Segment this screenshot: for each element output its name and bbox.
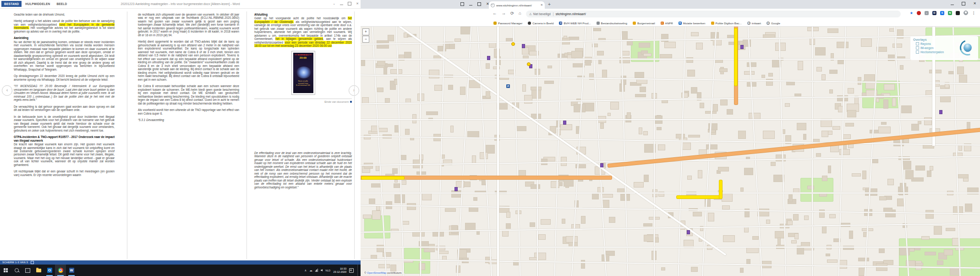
browser-tab[interactable]: www.stichtingimn.nl/imkaart/ ✕ xyxy=(489,1,545,9)
home-icon[interactable]: ⌂ xyxy=(519,11,521,16)
minimize-icon[interactable] xyxy=(951,5,954,5)
purple-map-marker[interactable] xyxy=(939,110,942,114)
building-block xyxy=(627,113,630,118)
purple-map-marker[interactable] xyxy=(687,230,690,234)
flame-icon xyxy=(633,22,636,25)
search-icon[interactable] xyxy=(11,265,22,276)
maximize-icon[interactable] xyxy=(348,2,351,6)
outlook-icon[interactable]: O xyxy=(44,265,55,276)
maximize-icon[interactable] xyxy=(477,2,481,6)
bookmark-item[interactable]: Password Manager xyxy=(493,22,522,25)
building-block xyxy=(691,33,698,36)
bookmark-item[interactable]: Camera in Beeld xyxy=(528,22,553,25)
building-block xyxy=(843,135,850,138)
zoom-out-button[interactable]: − xyxy=(362,36,369,43)
extension-icon-3[interactable]: D xyxy=(932,11,936,15)
menu-kebab-icon[interactable]: ⋮ xyxy=(972,11,975,15)
bookmark-label: ANPR xyxy=(665,22,673,25)
zoom-in-button[interactable]: + xyxy=(362,28,369,35)
minimize-icon[interactable] xyxy=(469,5,472,6)
tray-expand-icon[interactable]: ∧ xyxy=(304,269,307,272)
reload-icon[interactable]: ⟳ xyxy=(510,11,514,16)
ribbon-tab-hulpmiddelen[interactable]: HULPMIDDELEN xyxy=(22,1,53,7)
close-icon[interactable]: ✕ xyxy=(356,2,359,6)
overlays-panel: Overlays RayonsIM-wegenHectometerpalen xyxy=(910,36,978,60)
openstreetmap-link[interactable]: OpenStreetMap xyxy=(367,271,386,274)
volume-icon[interactable] xyxy=(321,269,323,271)
building-block xyxy=(601,123,603,128)
taskbar-clock[interactable]: 10:33 23-12-2020 xyxy=(333,267,346,274)
bookmark-item[interactable]: (ANPR xyxy=(661,22,673,25)
building-block xyxy=(822,176,827,181)
action-center-icon[interactable] xyxy=(349,268,354,273)
new-tab-button[interactable]: + xyxy=(548,2,551,7)
toolbar-actions: ★ ›DSN ⋮ xyxy=(910,11,975,15)
purple-map-marker[interactable] xyxy=(740,45,744,49)
bookmark-item[interactable]: ⊕imkaart xyxy=(747,22,761,25)
building-block xyxy=(486,145,494,153)
bookmark-item[interactable]: Politie Digibon Bac... xyxy=(711,22,742,25)
bookmark-item[interactable]: HBVH WEB NH Prod... xyxy=(559,22,591,25)
yellow-map-marker[interactable] xyxy=(527,62,531,66)
bookmark-item[interactable]: Bestandsuitwisseling xyxy=(597,22,627,25)
tab-close-icon[interactable]: ✕ xyxy=(541,3,543,7)
purple-map-marker[interactable] xyxy=(522,44,525,48)
city-map[interactable]: + − Overlays RayonsIM-wegenHectometerpal… xyxy=(361,27,980,276)
extension-icon-5[interactable]: N xyxy=(948,11,952,15)
checkbox-icon[interactable] xyxy=(916,42,919,45)
restore-icon[interactable] xyxy=(460,2,464,6)
building-block xyxy=(798,61,803,70)
bookmark-item[interactable]: BMutatie bewerken xyxy=(679,22,706,25)
back-icon[interactable]: ← xyxy=(493,11,497,16)
bookmark-item[interactable]: ⊕Google xyxy=(766,22,780,25)
start-button[interactable] xyxy=(0,265,11,276)
purple-map-marker[interactable] xyxy=(454,187,458,191)
yellow-map-marker[interactable] xyxy=(511,42,515,46)
ribbon-options-icon[interactable]: ⌄ xyxy=(333,2,335,6)
document-paragraph: Op dinsdagmorgen 22 december 2020 kreeg … xyxy=(14,74,115,81)
purple-map-marker[interactable] xyxy=(563,121,566,125)
highlighted-route-segment[interactable] xyxy=(677,196,722,199)
purple-map-marker[interactable] xyxy=(600,163,603,167)
chrome-icon[interactable] xyxy=(55,265,66,276)
building-block xyxy=(559,182,562,186)
ribbon-tab-bestand[interactable]: BESTAND xyxy=(1,1,22,7)
checkbox-icon[interactable] xyxy=(916,46,919,50)
building-block xyxy=(506,224,510,228)
checkbox-icon[interactable] xyxy=(916,50,919,54)
onedrive-cloud-icon[interactable]: ☁ xyxy=(309,269,312,272)
parking-marker[interactable]: P xyxy=(506,84,510,88)
ribbon-tab-beeld[interactable]: BEELD xyxy=(54,1,70,7)
building-block xyxy=(930,166,933,170)
building-block xyxy=(461,27,471,34)
extension-icon-4[interactable]: S xyxy=(940,11,944,15)
building-block xyxy=(618,189,624,192)
show-desktop-button[interactable] xyxy=(357,265,359,276)
language-indicator[interactable]: NLD xyxy=(325,269,330,272)
maximize-icon[interactable] xyxy=(962,2,965,6)
highlighted-route-segment[interactable] xyxy=(734,28,737,86)
file-explorer-icon[interactable] xyxy=(33,265,44,276)
document-paragraph: Geachte leden van de driehoek IJmond, xyxy=(14,13,115,16)
address-bar[interactable]: ⚠ Niet beveiligd stichtingimn.nl/imkaart… xyxy=(526,11,901,17)
profile-avatar-icon[interactable] xyxy=(964,11,968,15)
task-view-icon[interactable] xyxy=(22,265,33,276)
extension-icon-2[interactable]: › xyxy=(925,11,929,15)
word-icon[interactable]: W xyxy=(66,265,77,276)
purple-map-marker[interactable] xyxy=(487,56,490,60)
highlighted-route-segment[interactable] xyxy=(361,177,404,179)
building-block xyxy=(865,75,875,82)
building-block xyxy=(821,119,832,127)
building-block xyxy=(848,110,855,117)
forward-icon[interactable]: → xyxy=(502,11,506,16)
previous-screen-button[interactable]: ‹ xyxy=(2,85,12,96)
close-icon[interactable]: ✕ xyxy=(973,2,976,6)
network-icon[interactable] xyxy=(315,269,318,272)
minimize-icon[interactable] xyxy=(340,5,343,5)
extension-icon-1[interactable] xyxy=(917,11,921,15)
bookmark-item[interactable]: Burgernetmail xyxy=(633,22,655,25)
highlighted-route-segment[interactable] xyxy=(719,180,722,199)
bookmark-star-icon[interactable]: ★ xyxy=(910,11,913,15)
extension-icon-6[interactable] xyxy=(956,11,960,15)
building-block xyxy=(804,134,806,139)
